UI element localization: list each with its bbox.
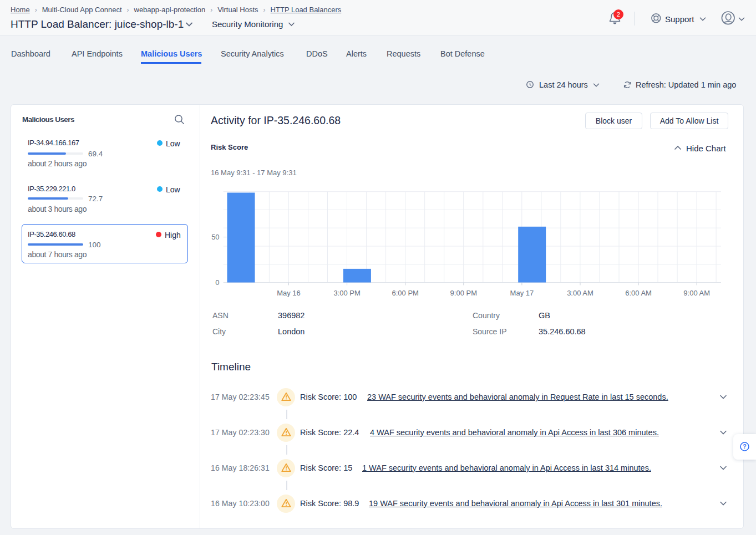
svg-text:9:00 AM: 9:00 AM: [683, 289, 710, 297]
svg-text:3:00 PM: 3:00 PM: [333, 289, 360, 297]
svg-text:0: 0: [215, 278, 219, 287]
svg-text:May 16: May 16: [277, 289, 301, 297]
svg-text:9:00 PM: 9:00 PM: [450, 289, 477, 297]
svg-text:3:00 AM: 3:00 AM: [567, 289, 593, 297]
svg-text:?: ?: [743, 443, 746, 450]
svg-text:May 17: May 17: [510, 289, 534, 297]
svg-text:6:00 AM: 6:00 AM: [625, 289, 652, 297]
svg-text:6:00 PM: 6:00 PM: [392, 289, 418, 297]
svg-text:50: 50: [211, 233, 219, 241]
